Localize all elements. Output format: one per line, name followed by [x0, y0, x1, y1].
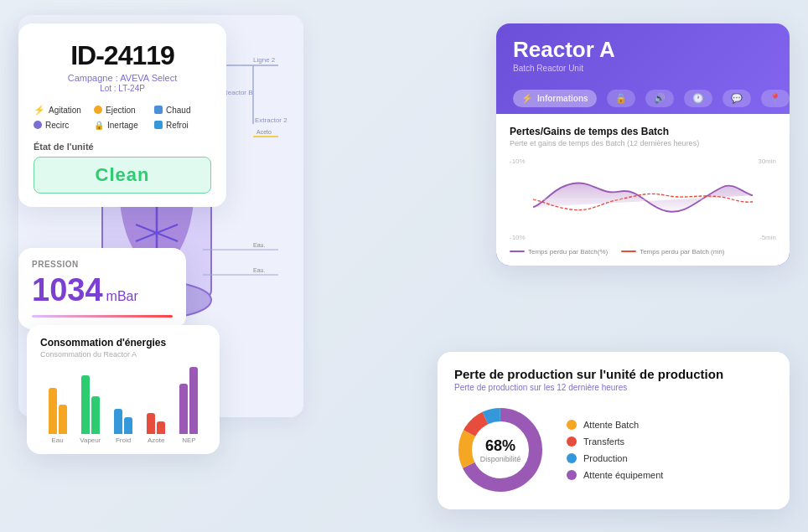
red-line-icon: [621, 251, 636, 252]
line-chart-svg: [510, 158, 776, 241]
axis-left-top: -10%: [510, 158, 526, 165]
svg-text:Aceto: Aceto: [256, 129, 272, 135]
chaud-label: Chaud: [166, 106, 190, 115]
legend-production: Production: [567, 453, 773, 463]
legend-attente-equip: Attente équipement: [567, 470, 773, 480]
bar-label: Froid: [116, 436, 131, 444]
prod-content: 68% Disponibilité Attente Batch Transfer…: [454, 404, 773, 496]
id-card: ID-24119 Campagne : AVEVA Select Lot : L…: [18, 23, 226, 207]
legend-purple: Temps perdu par Batch(%): [510, 248, 608, 256]
campaign-label: Campagne : AVEVA Select: [34, 73, 211, 83]
tags-grid: ⚡ Agitation Ejection Chaud Recirc 🔒 Iner…: [34, 105, 211, 130]
dashboard: ID-24119 Campagne : AVEVA Select Lot : L…: [18, 15, 790, 518]
bar-group-vapeur: Vapeur: [76, 375, 104, 444]
pression-value: 1034 mBar: [32, 272, 173, 308]
bar: [59, 405, 67, 434]
bar: [147, 413, 155, 434]
nav-lock[interactable]: 🔒: [607, 90, 635, 107]
bar-col: [179, 367, 198, 434]
chart-axis-left: -10% -10%: [510, 158, 526, 241]
tag-chaud: Chaud: [154, 105, 211, 116]
nav-informations[interactable]: ⚡ Informations: [513, 90, 597, 107]
lock-icon: 🔒: [615, 93, 627, 104]
legend-transferts: Transferts: [567, 436, 773, 447]
bar: [157, 421, 165, 434]
informations-icon: ⚡: [521, 93, 533, 104]
purple-line-icon: [510, 251, 525, 252]
bar-col: [81, 375, 100, 434]
donut-label: Disponibilité: [480, 454, 521, 462]
pression-unit: mBar: [106, 289, 138, 304]
id-number: ID-24119: [34, 40, 211, 71]
bar-col: [49, 388, 67, 434]
chart-card: Pertes/Gains de temps des Batch Perte et…: [496, 114, 790, 266]
sound-icon: 🔊: [654, 93, 666, 104]
bar-label: Vapeur: [80, 436, 101, 444]
ejection-label: Ejection: [106, 106, 136, 115]
conso-subtitle: Consommation du Reactor A: [40, 350, 206, 359]
chart-title: Pertes/Gains de temps des Batch: [510, 126, 776, 137]
nav-clock[interactable]: 🕐: [684, 90, 712, 107]
pression-label: Pression: [32, 260, 173, 269]
production-label: Production: [583, 453, 628, 463]
svg-text:Ligne 2: Ligne 2: [253, 56, 276, 64]
bar: [91, 396, 100, 434]
clock-icon: 🕐: [692, 93, 704, 104]
bar: [179, 384, 188, 434]
nav-location[interactable]: 📍: [761, 90, 790, 107]
reactor-title: Reactor A: [513, 37, 773, 63]
svg-text:Reactor B: Reactor B: [223, 89, 253, 96]
axis-left-bottom: -10%: [510, 234, 526, 241]
pression-card: Pression 1034 mBar: [18, 248, 186, 329]
axis-right-top: 30min: [758, 158, 776, 165]
pression-bar: [32, 315, 173, 318]
legend-red-label: Temps perdu par Batch (mn): [640, 248, 724, 256]
prod-title: Perte de production sur l'unité de produ…: [454, 367, 773, 381]
bar: [81, 375, 90, 434]
bar: [124, 417, 132, 434]
bar-group-azote: Azote: [142, 413, 170, 444]
tag-inertage: 🔒 Inertage: [94, 121, 151, 130]
refroi-icon: [154, 121, 163, 129]
donut-percentage: 68%: [480, 436, 521, 454]
production-card: Perte de production sur l'unité de produ…: [438, 352, 790, 509]
bar-label: NEP: [182, 436, 195, 444]
reactor-card: Reactor A Batch Reactor Unit ⚡ Informati…: [496, 23, 790, 266]
chart-subtitle: Perte et gains de temps des Batch (12 de…: [510, 139, 776, 147]
bar: [114, 409, 122, 434]
conso-title: Consommation d'énergies: [40, 337, 206, 349]
line-chart-area: -10% -10% 30min -5min: [510, 158, 776, 241]
pression-number: 1034: [32, 272, 103, 308]
nav-chat[interactable]: 💬: [723, 90, 751, 107]
tag-ejection: Ejection: [94, 105, 151, 116]
bar-label: Eau: [51, 436, 63, 444]
nav-sound[interactable]: 🔊: [645, 90, 674, 107]
bar-label: Azote: [148, 436, 164, 444]
chat-icon: 💬: [731, 93, 743, 104]
attente-equip-label: Attente équipement: [583, 470, 663, 480]
legend-attente-batch: Attente Batch: [567, 420, 773, 430]
donut-chart: 68% Disponibilité: [454, 404, 546, 496]
chart-legend: Temps perdu par Batch(%) Temps perdu par…: [510, 248, 776, 256]
conso-card: Consommation d'énergies Consommation du …: [27, 325, 220, 454]
legend-purple-label: Temps perdu par Batch(%): [528, 248, 608, 256]
bar-group-eau: Eau: [44, 388, 71, 444]
inertage-icon: 🔒: [94, 121, 104, 130]
attente-batch-dot: [567, 420, 577, 430]
bar-col: [114, 409, 132, 434]
bar-col: [147, 413, 165, 434]
tag-refroi: Refroi: [154, 121, 211, 130]
svg-text:Eau.: Eau.: [253, 267, 265, 273]
svg-text:Eau.: Eau.: [253, 242, 265, 248]
agitation-label: Agitation: [49, 106, 81, 115]
refroi-label: Refroi: [166, 121, 189, 130]
ejection-icon: [94, 106, 102, 114]
chart-axis-right: 30min -5min: [758, 158, 776, 241]
recirc-label: Recirc: [45, 121, 69, 130]
inertage-label: Inertage: [107, 121, 138, 130]
production-dot: [567, 453, 577, 463]
reactor-subtitle: Batch Reactor Unit: [513, 64, 773, 73]
bar-group-nep: NEP: [175, 367, 203, 444]
reactor-header: Reactor A Batch Reactor Unit: [496, 23, 790, 81]
recirc-icon: [34, 121, 42, 129]
